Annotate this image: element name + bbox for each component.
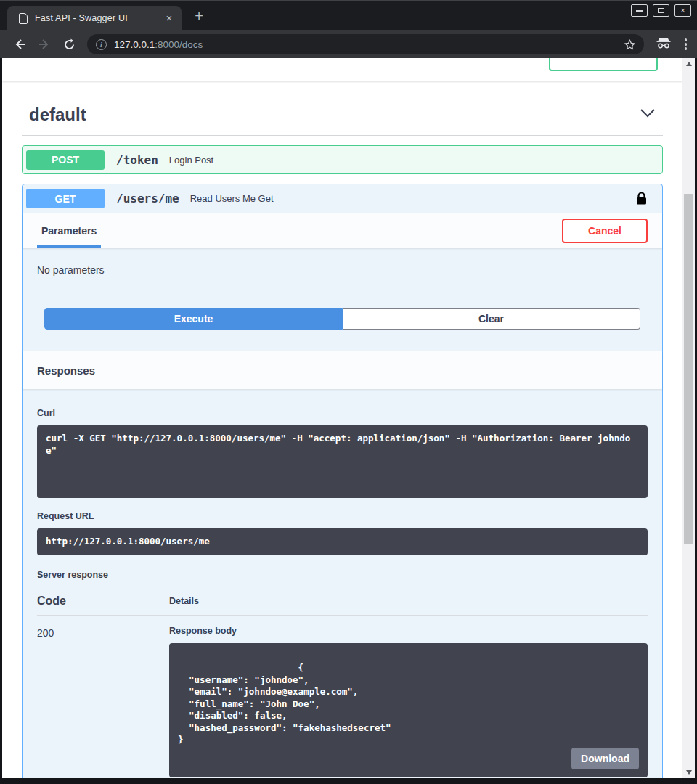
tag-title: default <box>29 105 86 125</box>
auth-lock-icon[interactable] <box>636 192 647 205</box>
request-url-value: http://127.0.0.1:8000/users/me <box>37 528 648 555</box>
opblock-summary-post[interactable]: POST /token Login Post <box>23 146 662 173</box>
viewport: default POST /token Login Post <box>0 58 697 784</box>
response-body-label: Response body <box>169 626 648 636</box>
op-path-token: /token <box>116 153 158 167</box>
method-badge-get: GET <box>26 189 105 208</box>
scroll-down-icon[interactable] <box>682 767 695 778</box>
parameters-header: Parameters Cancel <box>23 213 662 248</box>
incognito-icon <box>656 37 672 52</box>
op-path-users-me: /users/me <box>116 192 179 205</box>
status-code: 200 <box>37 615 169 778</box>
cancel-button[interactable]: Cancel <box>562 219 648 243</box>
swagger-page: default POST /token Login Post <box>2 58 682 778</box>
response-body-json: { "username": "johndoe", "email": "johnd… <box>178 662 391 745</box>
response-details: Response body { "username": "johndoe", "… <box>169 615 648 778</box>
reload-icon[interactable] <box>59 34 79 54</box>
curl-command: curl -X GET "http://127.0.0.1:8000/users… <box>37 425 648 498</box>
download-button[interactable]: Download <box>571 748 639 769</box>
toolbar-right <box>656 36 690 53</box>
maximize-icon <box>658 8 664 13</box>
address-bar[interactable]: i 127.0.0.1:8000/docs <box>87 34 644 54</box>
opblock-post-token: POST /token Login Post <box>22 145 663 174</box>
no-parameters-text: No parameters <box>23 248 662 276</box>
url-host: 127.0.0.1 <box>114 39 155 50</box>
site-info-icon[interactable]: i <box>96 39 107 50</box>
execute-button[interactable]: Execute <box>44 308 343 330</box>
tag-section-default[interactable]: default <box>22 94 663 136</box>
url-text: 127.0.0.1:8000/docs <box>114 39 203 50</box>
execute-row: Execute Clear <box>23 276 662 351</box>
tab-title: Fast API - Swagger UI <box>35 13 158 23</box>
scheme-section-bottom <box>2 58 682 81</box>
server-response-label: Server response <box>37 570 648 580</box>
curl-label: Curl <box>37 408 648 418</box>
code-column-header: Code <box>37 589 169 616</box>
page-favicon-icon <box>19 13 28 24</box>
responses-header: Responses <box>23 351 662 389</box>
clear-button[interactable]: Clear <box>343 308 640 330</box>
method-badge-post: POST <box>26 150 105 170</box>
browser-toolbar: i 127.0.0.1:8000/docs <box>0 30 697 58</box>
page-scrollbar[interactable] <box>682 58 695 778</box>
opblock-summary-get[interactable]: GET /users/me Read Users Me Get <box>23 184 662 213</box>
new-tab-button[interactable]: + <box>190 8 208 25</box>
back-icon[interactable] <box>9 34 30 54</box>
maximize-button[interactable] <box>653 4 669 17</box>
responses-section: Curl curl -X GET "http://127.0.0.1:8000/… <box>23 389 662 778</box>
swagger-content: default POST /token Login Post <box>2 81 682 778</box>
op-summary-login-post: Login Post <box>169 155 213 166</box>
titlebar: Fast API - Swagger UI × + × <box>0 0 697 30</box>
op-summary-read-users: Read Users Me Get <box>190 193 274 204</box>
tab-parameters[interactable]: Parameters <box>37 216 101 248</box>
response-row-200: 200 Response body { "username": "johndoe… <box>37 615 648 778</box>
minimize-icon <box>636 10 643 12</box>
tab-close-icon[interactable]: × <box>163 12 176 25</box>
server-response-table: Code Details 200 Response body <box>37 589 648 778</box>
responses-title: Responses <box>37 364 95 377</box>
scrollbar-thumb[interactable] <box>684 194 693 544</box>
response-body-block: { "username": "johndoe", "email": "johnd… <box>169 643 648 777</box>
opblock-get-users-me: GET /users/me Read Users Me Get Paramete… <box>22 184 663 778</box>
url-path: :8000/docs <box>155 39 203 50</box>
request-url-label: Request URL <box>37 511 648 521</box>
bookmark-star-icon[interactable] <box>622 36 638 52</box>
window-controls: × <box>631 4 691 17</box>
scroll-up-icon[interactable] <box>682 58 695 70</box>
chevron-down-icon[interactable] <box>640 108 656 121</box>
forward-icon[interactable] <box>34 34 54 54</box>
minimize-button[interactable] <box>631 4 648 17</box>
close-button[interactable]: × <box>674 4 691 17</box>
browser-tab[interactable]: Fast API - Swagger UI × <box>7 6 182 30</box>
browser-window: Fast API - Swagger UI × + × i 127.0.0.1:… <box>0 0 697 784</box>
details-column-header: Details <box>169 589 648 616</box>
browser-menu-icon[interactable] <box>682 36 690 53</box>
authorize-button[interactable] <box>549 58 658 71</box>
